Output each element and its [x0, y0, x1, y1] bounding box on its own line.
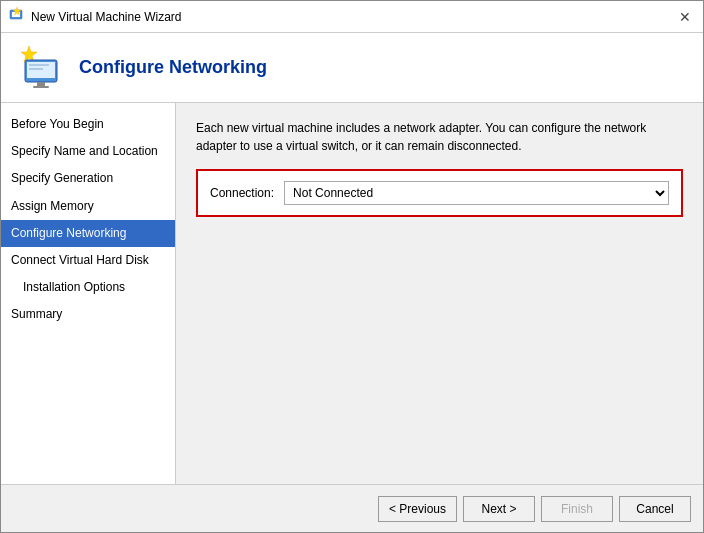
- dialog-window: New Virtual Machine Wizard ✕ Configure N…: [0, 0, 704, 533]
- svg-rect-7: [33, 86, 49, 88]
- sidebar-item-configure-networking[interactable]: Configure Networking: [1, 220, 175, 247]
- content-area: Before You Begin Specify Name and Locati…: [1, 103, 703, 484]
- svg-rect-6: [37, 82, 45, 86]
- header-title: Configure Networking: [79, 57, 267, 78]
- sidebar-item-installation-options[interactable]: Installation Options: [1, 274, 175, 301]
- description-text: Each new virtual machine includes a netw…: [196, 119, 683, 155]
- title-bar-title: New Virtual Machine Wizard: [31, 10, 675, 24]
- header-area: Configure Networking: [1, 33, 703, 103]
- previous-button[interactable]: < Previous: [378, 496, 457, 522]
- svg-rect-8: [29, 64, 49, 66]
- close-button[interactable]: ✕: [675, 7, 695, 27]
- sidebar-item-assign-memory[interactable]: Assign Memory: [1, 193, 175, 220]
- connection-label: Connection:: [210, 186, 274, 200]
- svg-rect-9: [29, 68, 43, 70]
- cancel-button[interactable]: Cancel: [619, 496, 691, 522]
- title-bar: New Virtual Machine Wizard ✕: [1, 1, 703, 33]
- sidebar-item-connect-vhd[interactable]: Connect Virtual Hard Disk: [1, 247, 175, 274]
- footer: < Previous Next > Finish Cancel: [1, 484, 703, 532]
- title-bar-icon: [9, 7, 25, 27]
- sidebar-item-specify-generation[interactable]: Specify Generation: [1, 165, 175, 192]
- header-icon: [17, 44, 65, 92]
- sidebar-item-specify-name[interactable]: Specify Name and Location: [1, 138, 175, 165]
- finish-button[interactable]: Finish: [541, 496, 613, 522]
- sidebar-item-summary[interactable]: Summary: [1, 301, 175, 328]
- sidebar-item-before-you-begin[interactable]: Before You Begin: [1, 111, 175, 138]
- main-content: Each new virtual machine includes a netw…: [176, 103, 703, 484]
- connection-box: Connection: Not Connected: [196, 169, 683, 217]
- sidebar: Before You Begin Specify Name and Locati…: [1, 103, 176, 484]
- next-button[interactable]: Next >: [463, 496, 535, 522]
- connection-select[interactable]: Not Connected: [284, 181, 669, 205]
